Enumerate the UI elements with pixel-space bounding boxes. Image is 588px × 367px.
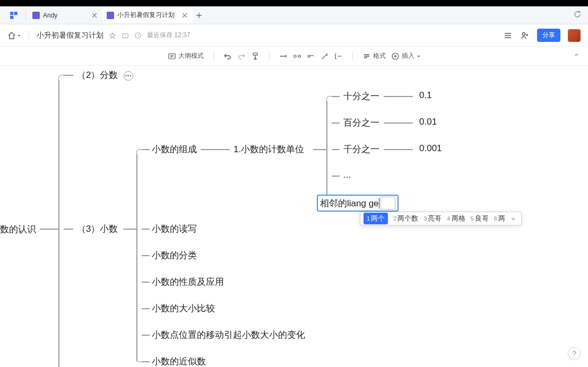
svg-rect-2: [10, 15, 13, 19]
mindmap-canvas[interactable]: 数的认识 （2）分数 ••• （3）小数 小数的组成 1.小数的计数单位 十分之…: [0, 66, 588, 367]
browser-tab-doc[interactable]: 小升初暑假复习计划: [102, 8, 193, 23]
tab-label: 小升初暑假复习计划: [117, 11, 175, 20]
editing-text: 相邻的liang ge: [320, 197, 379, 209]
relation-button[interactable]: [307, 52, 315, 60]
node-compare[interactable]: 小数的大小比较: [152, 302, 215, 314]
connector: [142, 149, 150, 150]
connector: [142, 282, 150, 283]
insert-label: 插入: [402, 51, 414, 60]
summary-button[interactable]: [321, 52, 329, 60]
clock-icon: [134, 32, 142, 39]
avatar[interactable]: [568, 29, 581, 42]
close-icon[interactable]: [91, 12, 98, 19]
node-thousandth-value[interactable]: 0.001: [419, 143, 442, 154]
ime-candidate-6[interactable]: 6两: [494, 214, 505, 223]
node-ellipsis[interactable]: ...: [343, 170, 351, 180]
node-classify[interactable]: 小数的分类: [152, 249, 197, 261]
connector: [332, 123, 340, 124]
node-tenth[interactable]: 十分之一: [343, 90, 379, 102]
ime-candidate-2[interactable]: 2两个数: [393, 214, 418, 223]
close-icon[interactable]: [181, 12, 188, 19]
format-painter-button[interactable]: [251, 52, 260, 60]
connector: [64, 229, 73, 230]
more-icon[interactable]: •••: [124, 71, 133, 81]
doc-title: 小升初暑假复习计划: [37, 31, 103, 40]
connector: [384, 123, 413, 124]
node-thousandth[interactable]: 千分之一: [343, 143, 379, 155]
node-tenth-value[interactable]: 0.1: [419, 90, 432, 101]
svg-point-5: [523, 32, 525, 35]
editor-toolbar: 大纲模式 格式 插入: [0, 47, 588, 66]
ime-candidate-1[interactable]: 1两个: [364, 213, 388, 224]
node-decimal[interactable]: （3）小数: [77, 223, 118, 235]
svg-point-8: [280, 55, 282, 57]
connector: [142, 361, 150, 362]
collapse-toolbar-button[interactable]: [573, 52, 580, 60]
svg-point-9: [284, 55, 286, 57]
node-root[interactable]: 数的认识: [0, 223, 36, 235]
ime-candidate-bar[interactable]: 1两个 2两个数 3亮哥 4两格 5良哥 6两: [360, 212, 522, 225]
node-hundredth-value[interactable]: 0.01: [419, 117, 437, 127]
connector: [332, 96, 340, 97]
connector: [326, 123, 332, 128]
format-dropdown[interactable]: 格式: [362, 51, 386, 60]
undo-button[interactable]: [223, 52, 232, 60]
ime-candidate-5[interactable]: 5良哥: [471, 214, 489, 223]
node-property[interactable]: 小数的性质及应用: [152, 276, 224, 288]
browser-tab-strip: Andy 小升初暑假复习计划: [0, 6, 588, 24]
outline-mode-button[interactable]: 大纲模式: [168, 51, 204, 60]
add-user-icon[interactable]: [520, 31, 530, 40]
help-button[interactable]: ?: [568, 347, 581, 360]
connector: [58, 80, 59, 229]
svg-point-12: [308, 55, 310, 57]
share-button[interactable]: 分享: [537, 29, 560, 42]
node-label: （2）分数: [77, 70, 118, 80]
node-readwrite[interactable]: 小数的读写: [152, 223, 197, 235]
tab-label: Andy: [43, 12, 57, 19]
tab-favicon-icon: [32, 12, 40, 19]
connector: [201, 149, 230, 150]
star-icon[interactable]: [109, 32, 116, 39]
subtopic-button[interactable]: [279, 52, 288, 60]
svg-rect-1: [14, 12, 18, 15]
window-black-bar: [0, 0, 588, 6]
insert-dropdown[interactable]: 插入: [391, 51, 421, 60]
connector: [142, 229, 150, 230]
connector: [64, 75, 73, 76]
tab-favicon-icon: [107, 12, 114, 19]
outline-mode-label: 大纲模式: [178, 51, 204, 60]
browser-tab-andy[interactable]: Andy: [28, 8, 102, 23]
connector: [142, 335, 150, 336]
boundary-button[interactable]: [334, 52, 343, 60]
editing-node[interactable]: 相邻的liang ge: [317, 195, 399, 212]
connector: [384, 149, 413, 150]
connector: [136, 357, 142, 362]
home-button[interactable]: [7, 31, 21, 40]
folder-icon[interactable]: [122, 32, 129, 39]
text-cursor: [379, 198, 379, 208]
tab-separator: [25, 11, 26, 20]
connector: [136, 229, 137, 361]
saved-time-label: 最近保存 12:37: [147, 31, 190, 40]
ime-expand-icon[interactable]: [511, 215, 518, 223]
app-logo-icon[interactable]: [8, 10, 19, 21]
node-composition[interactable]: 小数的组成: [152, 143, 197, 155]
node-approx[interactable]: 小数的近似数: [152, 355, 206, 367]
menu-icon[interactable]: [503, 31, 513, 40]
connector: [326, 96, 332, 101]
node-counting-unit[interactable]: 1.小数的计数单位: [234, 143, 304, 155]
svg-rect-0: [10, 12, 13, 15]
connector: [142, 308, 150, 309]
new-tab-button[interactable]: [193, 9, 205, 22]
doc-header: 小升初暑假复习计划 最近保存 12:37 分享: [0, 24, 588, 47]
redo-button[interactable]: [237, 52, 246, 60]
node-hundredth[interactable]: 百分之一: [343, 117, 379, 129]
connector: [313, 149, 326, 150]
node-point-move[interactable]: 小数点位置的移动引起小数大小的变化: [152, 329, 305, 341]
refresh-icon[interactable]: [573, 10, 584, 21]
ime-candidate-3[interactable]: 3亮哥: [423, 214, 442, 223]
ime-candidate-4[interactable]: 4两格: [447, 214, 465, 223]
sibling-topic-button[interactable]: [293, 52, 301, 60]
svg-rect-3: [123, 33, 128, 38]
node-fraction[interactable]: （2）分数 •••: [77, 69, 133, 81]
